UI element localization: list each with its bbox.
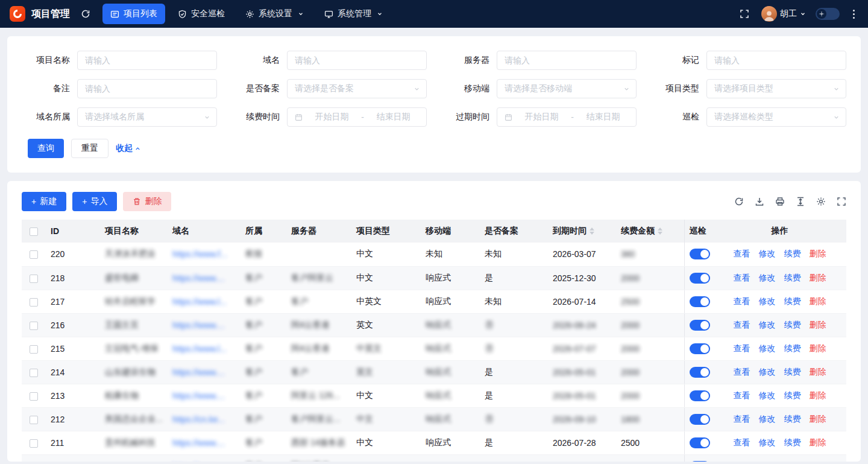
column-height-icon[interactable]	[796, 197, 805, 206]
action-renew[interactable]: 续费	[784, 343, 801, 353]
action-renew[interactable]: 续费	[784, 320, 801, 329]
mobile-select[interactable]: 请选择是否移动端	[497, 79, 637, 98]
action-delete[interactable]: 删除	[810, 461, 826, 462]
domain-link[interactable]: https://www....	[172, 438, 225, 448]
beian-select[interactable]: 请选择是否备案	[287, 79, 427, 98]
action-edit[interactable]: 修改	[759, 461, 776, 462]
action-delete[interactable]: 删除	[810, 273, 826, 282]
search-button[interactable]: 查询	[28, 139, 64, 158]
tab-system-settings[interactable]: 系统设置	[237, 4, 312, 24]
tab-security-inspect[interactable]: 安全巡检	[170, 4, 233, 24]
action-renew[interactable]: 续费	[784, 461, 801, 462]
inspect-type-select[interactable]: 请选择巡检类型	[706, 107, 846, 127]
inspect-toggle[interactable]	[690, 461, 710, 462]
action-view[interactable]: 查看	[734, 343, 750, 353]
action-delete[interactable]: 删除	[810, 367, 826, 377]
row-checkbox[interactable]	[30, 322, 38, 330]
fullscreen-icon[interactable]	[737, 7, 752, 21]
expire-date-range[interactable]: 开始日期 - 结束日期	[497, 107, 637, 127]
sort-expire-icon[interactable]	[590, 227, 594, 235]
action-view[interactable]: 查看	[734, 367, 750, 377]
print-icon[interactable]	[775, 197, 785, 206]
create-button[interactable]: + 新建	[22, 192, 66, 211]
action-renew[interactable]: 续费	[784, 296, 801, 306]
action-view[interactable]: 查看	[734, 437, 750, 447]
action-edit[interactable]: 修改	[759, 249, 776, 258]
action-renew[interactable]: 续费	[784, 390, 801, 400]
inspect-toggle[interactable]	[690, 343, 710, 354]
action-delete[interactable]: 删除	[810, 414, 826, 424]
table-fullscreen-icon[interactable]	[837, 197, 846, 206]
row-checkbox[interactable]	[30, 439, 38, 448]
action-renew[interactable]: 续费	[784, 249, 801, 258]
action-view[interactable]: 查看	[734, 414, 750, 424]
domain-link[interactable]: https://www....	[172, 367, 225, 377]
action-delete[interactable]: 删除	[810, 249, 826, 258]
collapse-link[interactable]: 收起	[116, 143, 141, 154]
inspect-toggle[interactable]	[690, 296, 710, 307]
refresh-icon[interactable]	[78, 7, 93, 21]
row-checkbox[interactable]	[30, 275, 38, 283]
row-checkbox[interactable]	[30, 369, 38, 377]
more-menu-icon[interactable]	[849, 8, 858, 20]
action-delete[interactable]: 删除	[810, 437, 826, 447]
action-view[interactable]: 查看	[734, 320, 750, 329]
action-view[interactable]: 查看	[734, 249, 750, 258]
server-input[interactable]	[497, 51, 637, 70]
inspect-toggle[interactable]	[690, 367, 710, 378]
domain-link[interactable]: https://www....	[172, 320, 225, 330]
domain-link[interactable]: https://www.l...	[172, 344, 227, 354]
domain-link[interactable]: https://www....	[172, 391, 225, 401]
domain-link[interactable]: https://www....	[172, 462, 225, 462]
action-edit[interactable]: 修改	[759, 437, 776, 447]
inspect-toggle[interactable]	[690, 390, 710, 401]
action-edit[interactable]: 修改	[759, 414, 776, 424]
tag-input[interactable]	[706, 51, 846, 70]
tab-project-list[interactable]: 项目列表	[102, 4, 165, 24]
remark-input[interactable]	[77, 79, 217, 98]
action-delete[interactable]: 删除	[810, 343, 826, 353]
action-delete[interactable]: 删除	[810, 320, 826, 329]
reset-button[interactable]: 重置	[71, 139, 108, 158]
domain-owner-select[interactable]: 请选择域名所属	[77, 107, 217, 127]
action-renew[interactable]: 续费	[784, 414, 801, 424]
project-type-select[interactable]: 请选择项目类型	[706, 79, 846, 98]
action-delete[interactable]: 删除	[810, 296, 826, 306]
row-checkbox[interactable]	[30, 250, 38, 259]
sort-fee-icon[interactable]	[658, 227, 662, 235]
project-name-input[interactable]	[77, 51, 217, 70]
action-view[interactable]: 查看	[734, 273, 750, 282]
inspect-toggle[interactable]	[690, 249, 710, 259]
action-edit[interactable]: 修改	[759, 367, 776, 377]
domain-input[interactable]	[287, 51, 427, 70]
import-button[interactable]: + 导入	[72, 192, 117, 211]
tab-system-manage[interactable]: 系统管理	[316, 4, 391, 24]
inspect-toggle[interactable]	[690, 414, 710, 425]
action-renew[interactable]: 续费	[784, 437, 801, 447]
action-edit[interactable]: 修改	[759, 343, 776, 353]
row-checkbox[interactable]	[30, 298, 38, 307]
domain-link[interactable]: https://www.f...	[172, 249, 227, 259]
inspect-toggle[interactable]	[690, 273, 710, 284]
inspect-toggle[interactable]	[690, 320, 710, 331]
download-icon[interactable]	[755, 197, 764, 206]
table-refresh-icon[interactable]	[734, 197, 744, 206]
row-checkbox[interactable]	[30, 416, 38, 424]
action-view[interactable]: 查看	[734, 296, 750, 306]
action-renew[interactable]: 续费	[784, 367, 801, 377]
domain-link[interactable]: https://www....	[172, 273, 225, 283]
action-renew[interactable]: 续费	[784, 273, 801, 282]
row-checkbox[interactable]	[30, 345, 38, 354]
action-view[interactable]: 查看	[734, 461, 750, 462]
action-view[interactable]: 查看	[734, 390, 750, 400]
action-delete[interactable]: 删除	[810, 390, 826, 400]
action-edit[interactable]: 修改	[759, 390, 776, 400]
delete-button[interactable]: 删除	[123, 192, 171, 211]
inspect-toggle[interactable]	[690, 437, 710, 448]
theme-toggle[interactable]	[816, 8, 840, 20]
user-menu[interactable]: 胡工	[761, 6, 806, 22]
domain-link[interactable]: https://cn.ke...	[172, 415, 225, 424]
select-all-checkbox[interactable]	[30, 227, 38, 236]
action-edit[interactable]: 修改	[759, 296, 776, 306]
renew-date-range[interactable]: 开始日期 - 结束日期	[287, 107, 427, 127]
